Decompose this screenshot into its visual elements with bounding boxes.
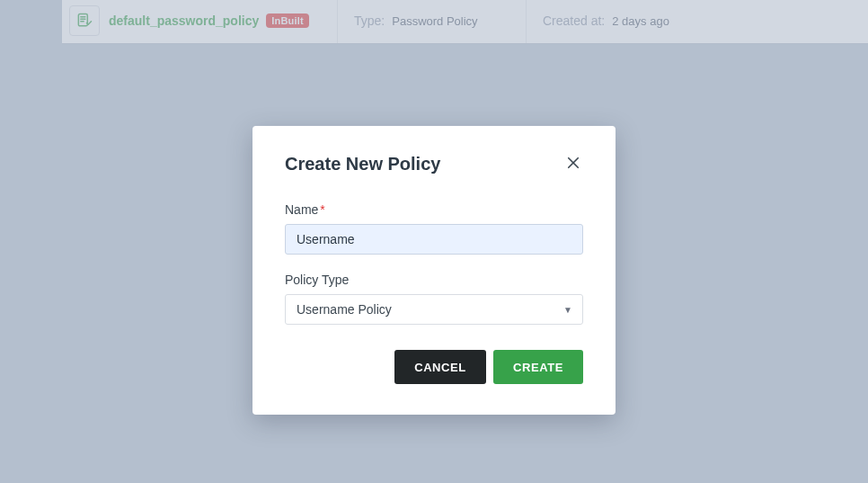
modal-actions: CANCEL CREATE	[285, 350, 583, 384]
create-button[interactable]: CREATE	[493, 350, 583, 384]
close-button[interactable]	[563, 153, 583, 175]
policy-type-select[interactable]: Username Policy	[285, 294, 583, 325]
name-field: Name*	[285, 202, 583, 255]
modal-overlay: Create New Policy Name* Policy Type User…	[0, 0, 868, 483]
required-mark: *	[320, 202, 324, 217]
close-icon	[565, 155, 581, 171]
policy-type-selected: Username Policy	[297, 302, 392, 317]
name-label-text: Name	[285, 202, 318, 217]
modal-title: Create New Policy	[285, 154, 440, 174]
policy-type-field: Policy Type Username Policy ▼	[285, 273, 583, 325]
name-label: Name*	[285, 202, 583, 217]
policy-type-select-wrap: Username Policy ▼	[285, 294, 583, 325]
name-input[interactable]	[285, 224, 583, 255]
policy-type-label: Policy Type	[285, 273, 583, 287]
modal-header: Create New Policy	[285, 153, 583, 175]
create-policy-modal: Create New Policy Name* Policy Type User…	[252, 126, 616, 415]
cancel-button[interactable]: CANCEL	[394, 350, 486, 384]
